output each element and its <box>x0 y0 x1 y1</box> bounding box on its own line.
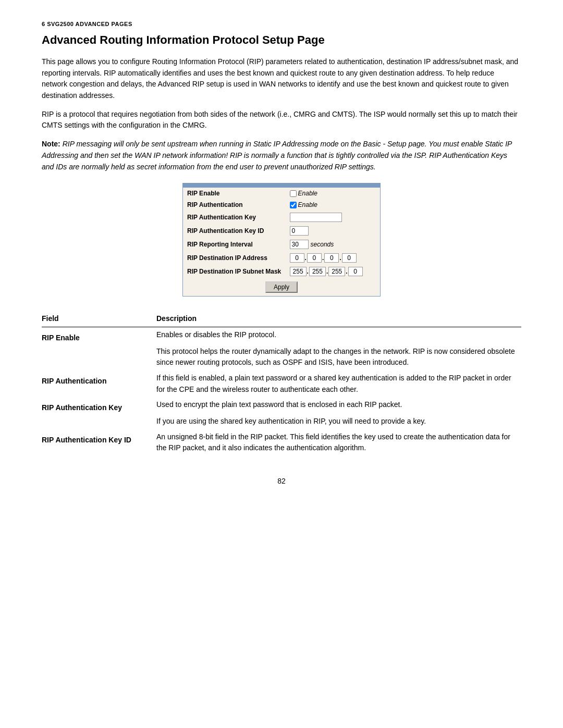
description-table: Field Description RIP Enable Enables or … <box>42 311 521 456</box>
rip-dest-ip-octet1[interactable] <box>290 253 304 263</box>
rip-auth-key-id-row: RIP Authentication Key ID <box>183 224 380 238</box>
intro-paragraph-1: This page allows you to configure Routin… <box>42 56 521 102</box>
rip-subnet-ip-group: . . . <box>290 267 376 276</box>
desc-header: Description <box>156 311 521 327</box>
rip-enable-desc-2: This protocol helps the router dynamical… <box>156 346 521 371</box>
rip-subnet-octet2[interactable] <box>309 267 326 276</box>
desc-header-row: Field Description <box>42 311 521 327</box>
rip-enable-desc-row-2: This protocol helps the router dynamical… <box>42 346 521 371</box>
rip-subnet-octet3[interactable] <box>328 267 345 276</box>
rip-enable-label: RIP Enable <box>183 188 286 199</box>
form-header-bar <box>183 183 380 188</box>
rip-auth-checkbox-text: Enable <box>298 201 317 208</box>
rip-auth-key-desc-row-2: If you are using the shared key authenti… <box>42 416 521 429</box>
rip-subnet-row: RIP Destination IP Subnet Mask . . . <box>183 265 380 278</box>
rip-reporting-label: RIP Reporting Interval <box>183 238 286 251</box>
rip-auth-field-label: RIP Authentication <box>42 371 156 397</box>
rip-enable-row: RIP Enable Enable <box>183 188 380 199</box>
apply-row: Apply <box>183 278 380 296</box>
page-number: 82 <box>42 477 521 485</box>
rip-auth-key-id-desc-row: RIP Authentication Key ID An unsigned 8-… <box>42 429 521 456</box>
rip-auth-key-field-label: RIP Authentication Key <box>42 397 156 416</box>
rip-subnet-octet1[interactable] <box>290 267 307 276</box>
apply-button[interactable]: Apply <box>265 281 298 293</box>
rip-auth-key-input[interactable] <box>290 213 342 222</box>
rip-auth-key-desc-2: If you are using the shared key authenti… <box>156 416 521 429</box>
rip-enable-field-label: RIP Enable <box>42 327 156 346</box>
rip-auth-key-label: RIP Authentication Key <box>183 211 286 224</box>
rip-dest-ip-octet2[interactable] <box>307 253 322 263</box>
note-paragraph: Note: RIP messaging will only be sent up… <box>42 139 521 172</box>
rip-enable-desc-1: Enables or disables the RIP protocol. <box>156 327 521 346</box>
rip-dest-ip-octet3[interactable] <box>324 253 339 263</box>
rip-auth-key-desc-1: Used to encrypt the plain text password … <box>156 397 521 416</box>
chapter-label: 6 SVG2500 ADVANCED PAGES <box>42 21 521 27</box>
field-header: Field <box>42 311 156 327</box>
note-bold-label: Note: <box>42 140 60 148</box>
note-body: RIP messaging will only be sent upstream… <box>42 140 512 170</box>
form-table: RIP Enable Enable RIP Authentication Ena… <box>183 188 380 278</box>
rip-reporting-row: RIP Reporting Interval seconds <box>183 238 380 251</box>
rip-auth-key-id-cell <box>286 224 380 238</box>
rip-dest-ip-group: . . . <box>290 253 376 263</box>
rip-auth-key-id-label: RIP Authentication Key ID <box>183 224 286 238</box>
rip-auth-label: RIP Authentication <box>183 199 286 211</box>
rip-auth-key-id-field-label: RIP Authentication Key ID <box>42 429 156 456</box>
rip-auth-checkbox-label[interactable]: Enable <box>290 201 376 208</box>
rip-subnet-cell: . . . <box>286 265 380 278</box>
rip-subnet-octet4[interactable] <box>348 267 363 276</box>
rip-subnet-label: RIP Destination IP Subnet Mask <box>183 265 286 278</box>
rip-auth-key-field-empty <box>42 416 156 429</box>
rip-dest-ip-label: RIP Destination IP Address <box>183 251 286 265</box>
rip-auth-key-id-input[interactable] <box>290 226 309 236</box>
intro-paragraph-2: RIP is a protocol that requires negotiat… <box>42 109 521 131</box>
rip-enable-checkbox-label[interactable]: Enable <box>290 190 376 197</box>
rip-reporting-input[interactable] <box>290 240 309 249</box>
rip-auth-key-desc-row: RIP Authentication Key Used to encrypt t… <box>42 397 521 416</box>
rip-dest-ip-octet4[interactable] <box>342 253 357 263</box>
rip-enable-checkbox-text: Enable <box>298 190 317 197</box>
rip-dest-ip-cell: . . . <box>286 251 380 265</box>
rip-form: RIP Enable Enable RIP Authentication Ena… <box>182 183 381 297</box>
rip-auth-key-row: RIP Authentication Key <box>183 211 380 224</box>
rip-auth-row: RIP Authentication Enable <box>183 199 380 211</box>
rip-auth-desc-row: RIP Authentication If this field is enab… <box>42 371 521 397</box>
rip-auth-key-id-desc-1: An unsigned 8-bit field in the RIP packe… <box>156 429 521 456</box>
rip-reporting-cell: seconds <box>286 238 380 251</box>
page-title: Advanced Routing Information Protocol Se… <box>42 33 521 47</box>
rip-enable-checkbox[interactable] <box>290 190 297 197</box>
rip-enable-cell: Enable <box>286 188 380 199</box>
rip-auth-desc-1: If this field is enabled, a plain text p… <box>156 371 521 397</box>
rip-dest-ip-row: RIP Destination IP Address . . . <box>183 251 380 265</box>
rip-auth-cell: Enable <box>286 199 380 211</box>
rip-enable-field-empty <box>42 346 156 371</box>
rip-auth-checkbox[interactable] <box>290 202 297 208</box>
rip-enable-desc-row: RIP Enable Enables or disables the RIP p… <box>42 327 521 346</box>
rip-reporting-suffix: seconds <box>311 241 334 248</box>
rip-auth-key-cell <box>286 211 380 224</box>
